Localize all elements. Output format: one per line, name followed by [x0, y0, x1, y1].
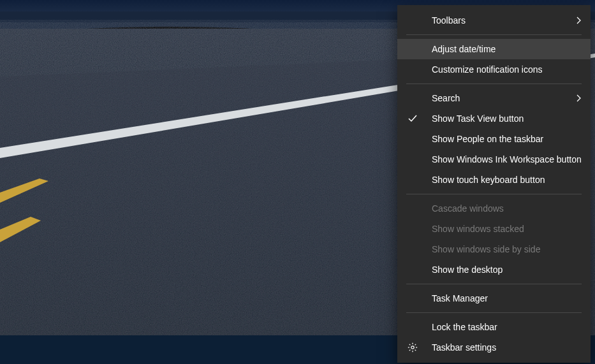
taskbar-context-menu: Toolbars Adjust date/time Customize noti…	[397, 5, 591, 363]
menu-label: Search	[432, 93, 460, 103]
menu-label: Customize notification icons	[432, 64, 543, 75]
menu-label: Show touch keyboard button	[432, 175, 545, 185]
menu-item-adjust-date-time[interactable]: Adjust date/time	[397, 39, 591, 59]
gear-icon	[406, 342, 419, 353]
menu-label: Show the desktop	[432, 265, 503, 275]
svg-line-14	[415, 344, 416, 346]
svg-line-15	[409, 350, 411, 351]
menu-label: Taskbar settings	[432, 342, 496, 353]
menu-item-show-desktop[interactable]: Show the desktop	[397, 259, 591, 280]
svg-line-13	[415, 350, 416, 351]
menu-item-cascade-windows: Cascade windows	[397, 198, 591, 219]
menu-label: Task Manager	[432, 293, 488, 303]
menu-separator	[406, 194, 582, 194]
menu-label: Lock the taskbar	[432, 322, 497, 332]
menu-label: Show windows stacked	[432, 224, 524, 234]
desktop: ES 6/21/2020 1 Toolbars Adjust date/time	[0, 0, 595, 364]
menu-item-show-people[interactable]: Show People on the taskbar	[397, 129, 591, 149]
check-icon	[406, 115, 419, 122]
menu-separator	[406, 284, 582, 284]
menu-item-customize-notification-icons[interactable]: Customize notification icons	[397, 59, 591, 80]
menu-item-search[interactable]: Search	[397, 88, 591, 108]
menu-label: Show Task View button	[432, 113, 524, 124]
chevron-right-icon	[576, 94, 582, 102]
menu-item-task-manager[interactable]: Task Manager	[397, 288, 591, 309]
menu-label: Cascade windows	[432, 203, 504, 214]
menu-item-lock-taskbar[interactable]: Lock the taskbar	[397, 317, 591, 337]
menu-separator	[406, 84, 582, 84]
menu-item-show-windows-stacked: Show windows stacked	[397, 219, 591, 239]
menu-item-toolbars[interactable]: Toolbars	[397, 10, 591, 31]
menu-item-taskbar-settings[interactable]: Taskbar settings	[397, 337, 591, 358]
menu-item-show-ink-workspace[interactable]: Show Windows Ink Workspace button	[397, 149, 591, 170]
menu-label: Toolbars	[432, 15, 466, 25]
menu-label: Adjust date/time	[432, 44, 496, 54]
menu-item-show-windows-side-by-side: Show windows side by side	[397, 239, 591, 259]
chevron-right-icon	[576, 17, 582, 24]
svg-line-12	[409, 344, 411, 346]
menu-label: Show Windows Ink Workspace button	[432, 154, 582, 164]
menu-separator	[406, 312, 582, 313]
menu-separator	[406, 34, 582, 35]
menu-label: Show windows side by side	[432, 244, 540, 254]
svg-point-7	[411, 346, 414, 349]
menu-item-show-task-view[interactable]: Show Task View button	[397, 108, 591, 129]
menu-item-show-touch-keyboard[interactable]: Show touch keyboard button	[397, 170, 591, 190]
menu-label: Show People on the taskbar	[432, 134, 543, 144]
